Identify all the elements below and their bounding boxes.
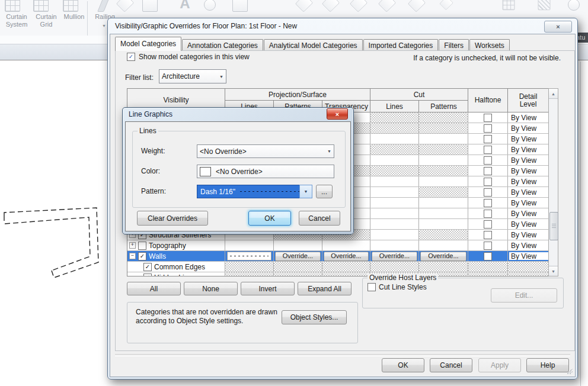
halftone-checkbox[interactable] xyxy=(484,135,492,143)
cut-lines-cell[interactable] xyxy=(370,112,419,123)
scroll-up-icon[interactable]: ▲ xyxy=(549,89,558,99)
tab-model-categories[interactable]: Model Categories xyxy=(115,37,181,51)
halftone-checkbox[interactable] xyxy=(484,124,492,133)
detail-level-cell[interactable]: By View xyxy=(508,187,548,197)
expander-plus-icon[interactable]: + xyxy=(129,242,136,249)
override-button[interactable]: Override... xyxy=(420,252,466,261)
cut-patterns-cell[interactable] xyxy=(419,176,468,186)
halftone-cell[interactable] xyxy=(468,262,508,272)
cut-lines-cell[interactable] xyxy=(370,187,419,197)
model-group-icon[interactable] xyxy=(232,0,248,12)
halftone-cell[interactable] xyxy=(468,187,508,197)
tag-area-icon[interactable] xyxy=(408,0,426,12)
curtain-system-icon[interactable] xyxy=(5,0,20,12)
halftone-checkbox[interactable] xyxy=(484,114,492,122)
lg-cancel-button[interactable]: Cancel xyxy=(299,211,340,226)
pattern-dropdown-arrow-icon[interactable]: ▼ xyxy=(299,185,312,198)
detail-level-cell[interactable] xyxy=(508,262,548,272)
detail-level-cell[interactable]: By View xyxy=(508,251,548,261)
pattern-dropdown[interactable]: Dash 1/16" xyxy=(197,185,306,198)
halftone-cell[interactable] xyxy=(468,251,508,261)
detail-level-cell[interactable]: By View xyxy=(508,208,548,218)
category-checkbox[interactable]: ✓ xyxy=(143,274,152,276)
curtain-grid-label[interactable]: Curtain Grid xyxy=(32,13,60,28)
halftone-cell[interactable] xyxy=(468,230,508,240)
halftone-cell[interactable] xyxy=(468,134,508,144)
shaft-opening-icon[interactable] xyxy=(439,0,453,10)
halftone-checkbox[interactable] xyxy=(484,167,492,175)
halftone-checkbox[interactable] xyxy=(484,188,492,197)
color-button[interactable]: <No Override> xyxy=(197,165,334,178)
table-scrollbar[interactable]: ▲ ▼ xyxy=(548,88,558,276)
detail-level-cell[interactable]: By View xyxy=(508,219,548,229)
detail-level-cell[interactable]: By View xyxy=(508,176,548,186)
scrollbar-thumb[interactable] xyxy=(549,212,558,240)
tag-room-icon[interactable] xyxy=(350,0,368,12)
model-line-icon[interactable] xyxy=(204,0,216,11)
room-separator-icon[interactable] xyxy=(322,0,340,12)
cut-patterns-cell[interactable] xyxy=(419,166,468,176)
halftone-cell[interactable] xyxy=(468,198,508,208)
curtain-grid-icon[interactable] xyxy=(33,0,49,12)
cut-lines-cell[interactable]: Override... xyxy=(370,251,419,261)
all-button[interactable]: All xyxy=(127,282,181,295)
cut-lines-cell[interactable] xyxy=(370,176,419,186)
expand-all-button[interactable]: Expand All xyxy=(298,282,351,295)
ramp-icon[interactable] xyxy=(116,0,134,12)
halftone-cell[interactable] xyxy=(468,219,508,229)
category-checkbox[interactable]: ✓ xyxy=(143,263,152,271)
none-button[interactable]: None xyxy=(184,282,238,295)
cut-patterns-cell[interactable] xyxy=(419,144,468,155)
cut-patterns-cell[interactable] xyxy=(419,134,468,144)
cut-lines-cell[interactable] xyxy=(370,166,419,176)
cut-lines-cell[interactable] xyxy=(370,144,419,155)
close-icon[interactable]: × xyxy=(544,21,572,33)
cut-lines-cell[interactable] xyxy=(370,208,419,218)
model-text-icon[interactable]: A xyxy=(178,0,192,11)
table-row[interactable]: +TopographyBy View xyxy=(127,240,548,251)
detail-level-cell[interactable]: By View xyxy=(508,230,548,240)
detail-level-cell[interactable]: By View xyxy=(508,155,548,165)
halftone-checkbox[interactable] xyxy=(484,146,492,154)
halftone-checkbox[interactable] xyxy=(484,242,492,250)
scroll-down-icon[interactable]: ▼ xyxy=(549,266,558,276)
halftone-cell[interactable] xyxy=(468,272,508,276)
cut-patterns-cell[interactable] xyxy=(419,230,468,240)
cut-patterns-cell[interactable]: Override... xyxy=(419,251,468,261)
table-row[interactable]: ✓Hidden Lines xyxy=(127,272,548,276)
ok-button[interactable]: OK xyxy=(382,358,424,372)
cut-lines-cell[interactable] xyxy=(370,123,419,133)
vertical-opening-icon[interactable] xyxy=(538,0,551,10)
visibility-cell[interactable]: ✓Common Edges xyxy=(127,262,225,272)
transparency-cell[interactable] xyxy=(322,240,370,250)
help-button[interactable]: Help xyxy=(526,358,569,372)
override-button[interactable]: Override... xyxy=(372,252,417,261)
cut-patterns-cell[interactable] xyxy=(419,262,468,272)
visibility-cell[interactable]: −✓Walls xyxy=(127,251,225,261)
halftone-cell[interactable] xyxy=(468,240,508,250)
visibility-cell[interactable]: ✓Hidden Lines xyxy=(127,272,225,276)
halftone-checkbox[interactable] xyxy=(484,210,492,218)
projection-patterns-cell[interactable] xyxy=(274,272,322,276)
detail-level-cell[interactable]: By View xyxy=(508,198,548,208)
halftone-cell[interactable] xyxy=(468,155,508,165)
override-button[interactable]: Override... xyxy=(275,252,321,261)
room-icon[interactable] xyxy=(295,0,313,12)
table-row[interactable]: ✓Common Edges xyxy=(127,262,548,272)
cut-patterns-cell[interactable] xyxy=(419,155,468,165)
line-style-preview[interactable] xyxy=(227,252,271,260)
halftone-checkbox[interactable] xyxy=(484,156,492,165)
weight-dropdown[interactable]: <No Override> ▼ xyxy=(197,144,334,158)
tab-annotation-categories[interactable]: Annotation Categories xyxy=(182,39,263,51)
halftone-checkbox[interactable] xyxy=(484,178,492,186)
cancel-button[interactable]: Cancel xyxy=(430,358,472,372)
filter-list-dropdown[interactable]: Architecture ▼ xyxy=(159,69,226,83)
cut-patterns-cell[interactable] xyxy=(419,240,468,250)
halftone-checkbox[interactable] xyxy=(484,231,492,239)
cut-lines-cell[interactable] xyxy=(370,198,419,208)
halftone-checkbox[interactable] xyxy=(484,199,492,207)
transparency-cell[interactable]: Override... xyxy=(322,251,370,261)
projection-patterns-cell[interactable] xyxy=(274,240,322,250)
mullion-label[interactable]: Mullion xyxy=(61,13,87,21)
resize-grip[interactable] xyxy=(567,368,573,374)
